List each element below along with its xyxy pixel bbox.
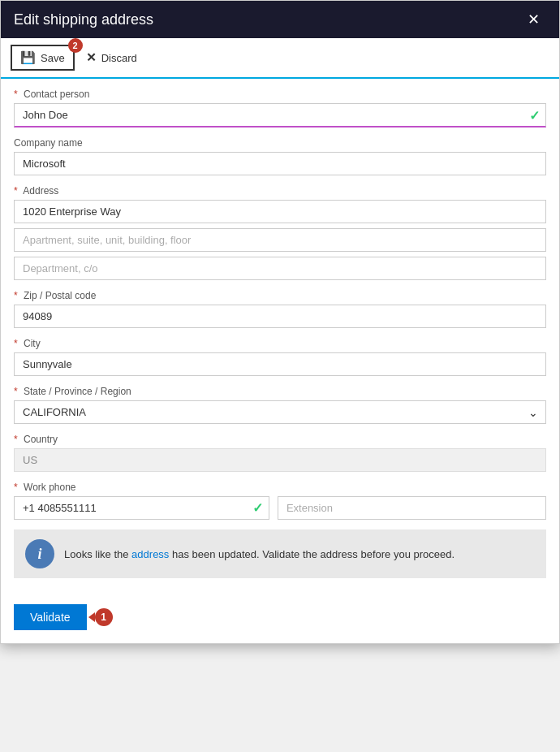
discard-button[interactable]: ✕ Discard [78, 46, 145, 69]
address-label: * Address [14, 185, 546, 197]
contact-person-input[interactable] [14, 103, 546, 127]
required-star-state: * [14, 386, 18, 397]
form-body: * Contact person ✓ Company name * Addres… [1, 79, 559, 598]
extension-col [278, 496, 546, 520]
contact-person-input-wrapper: ✓ [14, 103, 546, 127]
company-name-label: Company name [14, 137, 546, 149]
state-select-wrapper: CALIFORNIA ALABAMA ALASKA ARIZONA NEW YO… [14, 400, 546, 424]
state-select[interactable]: CALIFORNIA ALABAMA ALASKA ARIZONA NEW YO… [14, 400, 546, 424]
save-button[interactable]: 💾 Save [11, 45, 75, 71]
city-group: * City [14, 338, 546, 376]
discard-label: Discard [101, 52, 137, 64]
save-badge-wrapper: 💾 Save 2 [11, 45, 75, 71]
phone-check-icon: ✓ [252, 500, 263, 516]
country-input [14, 448, 546, 472]
zip-input[interactable] [14, 305, 546, 328]
modal-header: Edit shipping address ✕ [1, 1, 559, 38]
validate-section: Validate 1 [1, 598, 559, 643]
work-phone-group: * Work phone ✓ [14, 482, 546, 520]
phone-input-wrapper: ✓ [14, 496, 269, 520]
company-name-input[interactable] [14, 152, 546, 175]
save-badge: 2 [68, 38, 83, 53]
required-star-city: * [14, 338, 18, 349]
required-star-zip: * [14, 290, 18, 301]
validate-badge: 1 [95, 608, 113, 626]
company-name-group: Company name [14, 137, 546, 175]
contact-person-group: * Contact person ✓ [14, 89, 546, 127]
city-label: * City [14, 338, 546, 349]
phone-row: ✓ [14, 496, 546, 520]
toolbar: 💾 Save 2 ✕ Discard [1, 38, 559, 79]
country-group: * Country [14, 434, 546, 472]
zip-group: * Zip / Postal code [14, 290, 546, 328]
address-group: * Address [14, 185, 546, 280]
address-link[interactable]: address [131, 548, 169, 560]
state-label: * State / Province / Region [14, 386, 546, 397]
info-banner: i Looks like the address has been update… [14, 529, 546, 578]
info-text: Looks like the address has been updated.… [64, 548, 454, 560]
modal-title: Edit shipping address [14, 11, 153, 28]
state-group: * State / Province / Region CALIFORNIA A… [14, 386, 546, 424]
info-icon: i [25, 539, 54, 568]
edit-shipping-modal: Edit shipping address ✕ 💾 Save 2 ✕ Disca… [0, 0, 560, 644]
required-star-country: * [14, 434, 18, 445]
extension-input[interactable] [278, 496, 546, 520]
work-phone-label: * Work phone [14, 482, 546, 493]
address-line2-input[interactable] [14, 228, 546, 252]
save-label: Save [41, 52, 65, 64]
phone-col: ✓ [14, 496, 269, 520]
city-input[interactable] [14, 352, 546, 376]
discard-x-icon: ✕ [86, 50, 97, 65]
contact-person-check-icon: ✓ [529, 108, 540, 123]
country-label: * Country [14, 434, 546, 445]
save-icon: 💾 [20, 50, 36, 65]
required-star: * [14, 89, 18, 100]
required-star-address: * [14, 185, 18, 197]
work-phone-input[interactable] [14, 496, 269, 520]
required-star-phone: * [14, 482, 18, 493]
validate-button[interactable]: Validate [14, 604, 87, 630]
contact-person-label: * Contact person [14, 89, 546, 100]
close-button[interactable]: ✕ [521, 9, 546, 30]
address-line3-input[interactable] [14, 257, 546, 280]
address-line1-input[interactable] [14, 200, 546, 223]
zip-label: * Zip / Postal code [14, 290, 546, 301]
